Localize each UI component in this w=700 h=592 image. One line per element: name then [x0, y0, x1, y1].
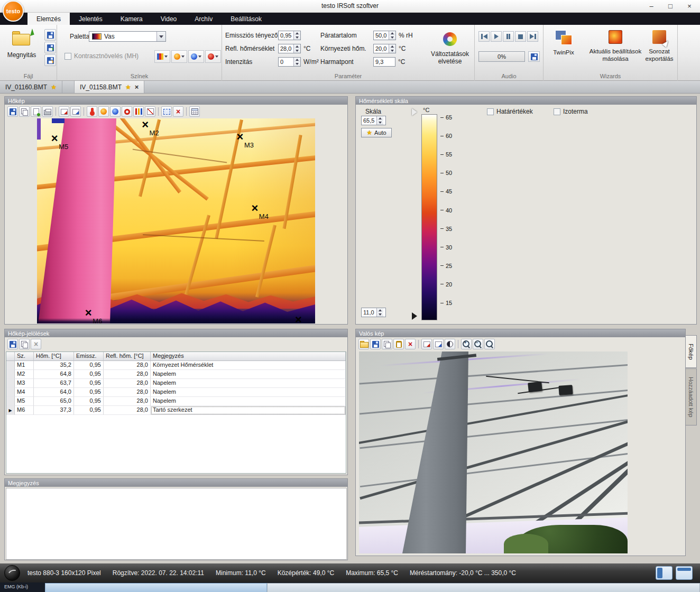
fit-window-button[interactable] [433, 339, 444, 349]
zoom-out-button[interactable]: − [473, 339, 483, 349]
print-button[interactable] [42, 106, 53, 117]
zoom-reset-button[interactable] [484, 339, 495, 349]
testo-logo[interactable]: testo [3, 1, 24, 22]
isotherm-checkbox-row[interactable]: Izoterma [554, 108, 588, 115]
save-button[interactable] [370, 339, 381, 349]
table-row[interactable]: M264,80,9528,0Napelem [6, 370, 346, 379]
delete-button[interactable]: × [31, 339, 41, 349]
temperature-gradient-bar[interactable] [421, 114, 437, 320]
histogram-button[interactable] [133, 106, 144, 117]
palette-dropdown[interactable]: Vas [89, 31, 166, 42]
scale-min-value[interactable]: 11,0 [362, 308, 376, 317]
open-button[interactable]: Megnyitás [4, 28, 39, 69]
copy-button[interactable] [19, 339, 30, 349]
spinner-down-icon[interactable] [377, 121, 383, 125]
param-spinner[interactable]: 28,0 [278, 44, 301, 53]
marker-color-button[interactable] [205, 50, 221, 63]
real-image[interactable] [359, 352, 628, 553]
spinner-value[interactable]: 20,0 [374, 44, 389, 53]
export-button[interactable] [31, 106, 41, 117]
next-button[interactable] [527, 31, 538, 42]
header-id[interactable]: Sz. [15, 352, 34, 361]
row-selector[interactable] [6, 388, 15, 397]
side-tab-added-image[interactable]: Hozzáadott kép [686, 368, 697, 426]
paste-button[interactable] [393, 339, 404, 349]
stop-button[interactable] [515, 31, 526, 42]
spinner-up-icon[interactable] [294, 58, 300, 62]
favorite-star-icon[interactable]: ★ [51, 84, 57, 91]
close-tab-icon[interactable]: × [135, 83, 139, 91]
spinner-down-icon[interactable] [389, 49, 395, 53]
copy-settings-button[interactable]: Aktuális beállítások másolása [582, 28, 649, 63]
spinner-up-icon[interactable] [389, 44, 395, 49]
header-temp[interactable]: Hőm. [°C] [34, 352, 74, 361]
save-as-button[interactable] [44, 54, 56, 66]
save-button[interactable] [7, 339, 18, 349]
spinner-value[interactable]: 50,0 [374, 31, 389, 40]
save-button[interactable] [44, 29, 56, 41]
param-value[interactable]: 9,3 [373, 57, 395, 67]
spinner-up-icon[interactable] [389, 31, 395, 35]
play-button[interactable] [491, 31, 502, 42]
spinner-up-icon[interactable] [294, 44, 300, 49]
contrast-checkbox-row[interactable]: Kontrasztnövelés (MH) [65, 52, 139, 60]
spinner-value[interactable]: 28,0 [279, 44, 293, 53]
limit-values-checkbox-row[interactable]: Határértékek [487, 108, 533, 115]
table-row[interactable]: ▶M637,30,9528,0Tartó szerkezet [6, 406, 346, 415]
header-emiss[interactable]: Emissz. [74, 352, 104, 361]
table-row[interactable]: M135,20,9528,0Környezet Hőmérséklet [6, 361, 346, 370]
zoom-in-button[interactable]: + [461, 339, 472, 349]
cell-note[interactable]: Napelem [151, 397, 346, 406]
table-row[interactable]: M565,00,9528,0Napelem [6, 397, 346, 406]
layout-split-icon[interactable] [656, 566, 673, 580]
grid-view-button[interactable] [189, 106, 200, 117]
cell-note[interactable]: Tartó szerkezet [151, 406, 346, 415]
save-button[interactable] [7, 106, 18, 117]
param-spinner[interactable]: 20,0 [373, 44, 396, 53]
copy-button[interactable] [382, 339, 392, 349]
header-refl[interactable]: Refl. hőm. [°C] [104, 352, 151, 361]
ribbon-tab-Archív[interactable]: Archív [186, 13, 222, 25]
document-tab-iv01160[interactable]: IV_01160.BMT ★ [0, 81, 62, 93]
discard-changes-button[interactable]: Változtatások elvetése [427, 29, 473, 76]
hot-spot-button[interactable] [98, 106, 109, 117]
scale-max-marker-icon[interactable] [412, 108, 417, 116]
profile-line-button[interactable] [145, 106, 155, 117]
table-row[interactable]: M363,70,9528,0Napelem [6, 379, 346, 388]
cell-note[interactable]: Környezet Hőmérséklet [151, 361, 346, 370]
cell-note[interactable]: Napelem [151, 388, 346, 397]
scale-min-marker-icon[interactable] [412, 312, 417, 320]
ribbon-tab-Kamera[interactable]: Kamera [112, 13, 152, 25]
document-tab-iv01158[interactable]: IV_01158.BMT ★ × [74, 81, 145, 93]
spinner-down-icon[interactable] [389, 35, 395, 40]
spinner-down-icon[interactable] [294, 49, 300, 53]
close-button[interactable]: × [680, 0, 699, 12]
maximize-button[interactable]: □ [661, 0, 680, 12]
spinner-down-icon[interactable] [294, 62, 300, 66]
cell-note[interactable]: Napelem [151, 370, 346, 379]
layout-single-icon[interactable] [676, 566, 693, 580]
favorite-star-icon[interactable]: ★ [125, 84, 131, 91]
audio-save-button[interactable] [528, 51, 540, 62]
fit-window-button[interactable] [70, 106, 81, 117]
hotspot-color-button[interactable] [171, 50, 187, 63]
table-row[interactable]: M464,00,9528,0Napelem [6, 388, 346, 397]
spinner-value[interactable]: 0 [279, 58, 293, 66]
side-tab-main-image[interactable]: Főkép [686, 335, 697, 368]
scale-min-spinner[interactable]: 11,0 [361, 308, 386, 317]
ribbon-tab-Jelentés[interactable]: Jelentés [70, 13, 112, 25]
cold-spot-button[interactable] [110, 106, 121, 117]
area-select-button[interactable] [161, 106, 172, 117]
scale-max-value[interactable]: 65,5 [362, 116, 376, 125]
taskbar-window-fragment[interactable] [267, 583, 700, 592]
isotherm-checkbox[interactable] [554, 108, 560, 115]
open-button[interactable] [358, 339, 369, 349]
previous-button[interactable] [478, 31, 490, 42]
cell-note[interactable]: Napelem [151, 379, 346, 388]
param-spinner[interactable]: 0 [278, 57, 301, 67]
spinner-value[interactable]: 0,95 [279, 31, 293, 40]
pause-button[interactable] [503, 31, 514, 42]
row-selector[interactable] [6, 361, 15, 370]
series-export-button[interactable]: Sorozat exportálás [642, 28, 677, 63]
delete-button[interactable]: × [173, 106, 183, 117]
